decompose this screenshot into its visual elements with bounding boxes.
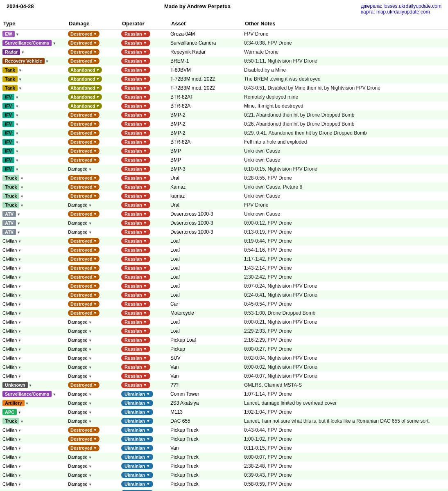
operator-dropdown-arrow[interactable]: ▼: [143, 257, 147, 261]
operator-dropdown-arrow[interactable]: ▼: [143, 275, 147, 279]
type-dropdown-arrow[interactable]: ▼: [18, 311, 21, 315]
damage-dropdown-arrow[interactable]: ▼: [96, 86, 100, 90]
damage-dropdown-arrow[interactable]: ▼: [93, 284, 97, 288]
type-dropdown-arrow[interactable]: ▼: [18, 455, 21, 459]
type-dropdown-arrow[interactable]: ▼: [18, 347, 21, 351]
damage-dropdown-arrow[interactable]: ▼: [93, 266, 97, 270]
operator-dropdown-arrow[interactable]: ▼: [146, 455, 150, 459]
damage-dropdown-arrow[interactable]: ▼: [93, 428, 97, 432]
damage-dropdown-arrow[interactable]: ▼: [88, 410, 92, 414]
type-dropdown-arrow[interactable]: ▼: [29, 383, 32, 387]
damage-dropdown-arrow[interactable]: ▼: [88, 392, 92, 396]
operator-dropdown-arrow[interactable]: ▼: [146, 473, 150, 477]
damage-dropdown-arrow[interactable]: ▼: [93, 293, 97, 297]
type-dropdown-arrow[interactable]: ▼: [15, 167, 19, 171]
type-dropdown-arrow[interactable]: ▼: [15, 158, 19, 162]
damage-dropdown-arrow[interactable]: ▼: [88, 365, 92, 369]
operator-dropdown-arrow[interactable]: ▼: [143, 338, 147, 342]
type-dropdown-arrow[interactable]: ▼: [17, 221, 20, 225]
damage-dropdown-arrow[interactable]: ▼: [88, 221, 92, 225]
type-dropdown-arrow[interactable]: ▼: [15, 140, 19, 144]
damage-dropdown-arrow[interactable]: ▼: [93, 131, 97, 135]
type-dropdown-arrow[interactable]: ▼: [15, 131, 19, 135]
damage-dropdown-arrow[interactable]: ▼: [93, 248, 97, 252]
operator-dropdown-arrow[interactable]: ▼: [143, 347, 147, 351]
operator-dropdown-arrow[interactable]: ▼: [146, 482, 150, 486]
operator-dropdown-arrow[interactable]: ▼: [143, 131, 147, 135]
damage-dropdown-arrow[interactable]: ▼: [93, 437, 97, 441]
operator-dropdown-arrow[interactable]: ▼: [143, 248, 147, 252]
damage-dropdown-arrow[interactable]: ▼: [93, 446, 97, 450]
operator-dropdown-arrow[interactable]: ▼: [143, 212, 147, 216]
damage-dropdown-arrow[interactable]: ▼: [93, 302, 97, 306]
damage-dropdown-arrow[interactable]: ▼: [93, 149, 97, 153]
operator-dropdown-arrow[interactable]: ▼: [143, 41, 147, 45]
type-dropdown-arrow[interactable]: ▼: [18, 257, 21, 261]
damage-dropdown-arrow[interactable]: ▼: [93, 383, 97, 387]
damage-dropdown-arrow[interactable]: ▼: [88, 356, 92, 360]
type-dropdown-arrow[interactable]: ▼: [18, 239, 21, 243]
damage-dropdown-arrow[interactable]: ▼: [88, 374, 92, 378]
type-dropdown-arrow[interactable]: ▼: [18, 410, 21, 414]
damage-dropdown-arrow[interactable]: ▼: [88, 419, 92, 423]
damage-dropdown-arrow[interactable]: ▼: [88, 230, 92, 234]
damage-dropdown-arrow[interactable]: ▼: [96, 77, 100, 81]
type-dropdown-arrow[interactable]: ▼: [18, 302, 21, 306]
damage-dropdown-arrow[interactable]: ▼: [93, 41, 97, 45]
type-dropdown-arrow[interactable]: ▼: [20, 203, 24, 207]
operator-dropdown-arrow[interactable]: ▼: [143, 383, 147, 387]
operator-dropdown-arrow[interactable]: ▼: [143, 185, 147, 189]
operator-dropdown-arrow[interactable]: ▼: [146, 392, 150, 396]
damage-dropdown-arrow[interactable]: ▼: [93, 275, 97, 279]
type-dropdown-arrow[interactable]: ▼: [15, 95, 19, 99]
type-dropdown-arrow[interactable]: ▼: [21, 50, 25, 54]
type-dropdown-arrow[interactable]: ▼: [18, 464, 21, 468]
operator-dropdown-arrow[interactable]: ▼: [143, 140, 147, 144]
damage-dropdown-arrow[interactable]: ▼: [93, 176, 97, 180]
operator-dropdown-arrow[interactable]: ▼: [143, 50, 147, 54]
damage-dropdown-arrow[interactable]: ▼: [88, 203, 92, 207]
operator-dropdown-arrow[interactable]: ▼: [143, 86, 147, 90]
damage-dropdown-arrow[interactable]: ▼: [93, 257, 97, 261]
type-dropdown-arrow[interactable]: ▼: [18, 68, 22, 72]
type-dropdown-arrow[interactable]: ▼: [15, 113, 19, 117]
operator-dropdown-arrow[interactable]: ▼: [143, 293, 147, 297]
type-dropdown-arrow[interactable]: ▼: [20, 194, 24, 198]
damage-dropdown-arrow[interactable]: ▼: [93, 185, 97, 189]
type-dropdown-arrow[interactable]: ▼: [52, 41, 56, 45]
type-dropdown-arrow[interactable]: ▼: [18, 275, 21, 279]
operator-dropdown-arrow[interactable]: ▼: [143, 68, 147, 72]
operator-dropdown-arrow[interactable]: ▼: [143, 302, 147, 306]
damage-dropdown-arrow[interactable]: ▼: [93, 122, 97, 126]
operator-dropdown-arrow[interactable]: ▼: [146, 437, 150, 441]
damage-dropdown-arrow[interactable]: ▼: [93, 113, 97, 117]
damage-dropdown-arrow[interactable]: ▼: [93, 212, 97, 216]
operator-dropdown-arrow[interactable]: ▼: [146, 464, 150, 468]
operator-dropdown-arrow[interactable]: ▼: [143, 221, 147, 225]
damage-dropdown-arrow[interactable]: ▼: [93, 32, 97, 36]
damage-dropdown-arrow[interactable]: ▼: [96, 95, 100, 99]
type-dropdown-arrow[interactable]: ▼: [18, 356, 21, 360]
type-dropdown-arrow[interactable]: ▼: [18, 77, 22, 81]
damage-dropdown-arrow[interactable]: ▼: [96, 68, 100, 72]
type-dropdown-arrow[interactable]: ▼: [18, 365, 21, 369]
type-dropdown-arrow[interactable]: ▼: [15, 122, 19, 126]
operator-dropdown-arrow[interactable]: ▼: [143, 329, 147, 333]
type-dropdown-arrow[interactable]: ▼: [20, 419, 24, 423]
damage-dropdown-arrow[interactable]: ▼: [88, 401, 92, 405]
damage-dropdown-arrow[interactable]: ▼: [93, 140, 97, 144]
type-dropdown-arrow[interactable]: ▼: [18, 437, 21, 441]
operator-dropdown-arrow[interactable]: ▼: [143, 95, 147, 99]
operator-dropdown-arrow[interactable]: ▼: [143, 176, 147, 180]
type-dropdown-arrow[interactable]: ▼: [15, 149, 19, 153]
damage-dropdown-arrow[interactable]: ▼: [88, 482, 92, 486]
operator-dropdown-arrow[interactable]: ▼: [143, 113, 147, 117]
operator-dropdown-arrow[interactable]: ▼: [143, 77, 147, 81]
operator-dropdown-arrow[interactable]: ▼: [143, 122, 147, 126]
type-dropdown-arrow[interactable]: ▼: [18, 248, 21, 252]
operator-dropdown-arrow[interactable]: ▼: [143, 266, 147, 270]
type-dropdown-arrow[interactable]: ▼: [20, 185, 24, 189]
damage-dropdown-arrow[interactable]: ▼: [88, 473, 92, 477]
operator-dropdown-arrow[interactable]: ▼: [143, 158, 147, 162]
operator-dropdown-arrow[interactable]: ▼: [146, 410, 150, 414]
